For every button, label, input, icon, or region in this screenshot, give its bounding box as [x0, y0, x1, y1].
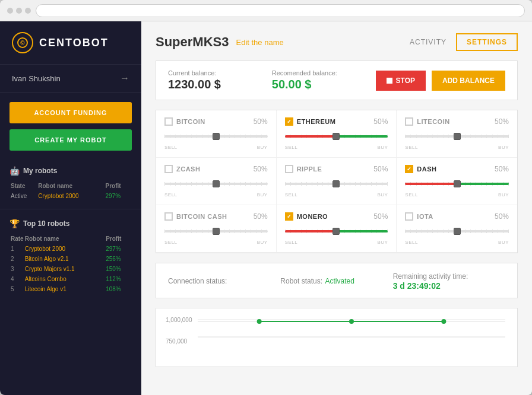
top-robot-profit: 108% — [106, 285, 131, 294]
slider-thumb[interactable] — [332, 180, 340, 187]
crypto-name: RIPPLE — [297, 165, 322, 173]
crypto-slider[interactable] — [164, 130, 268, 142]
slider-thumb[interactable] — [213, 133, 220, 140]
crypto-cell: BITCOIN CASH 50% SELL BUY — [156, 205, 277, 253]
create-robot-button[interactable]: CREATE MY ROBOT — [10, 129, 132, 151]
crypto-slider[interactable] — [164, 225, 268, 237]
crypto-name-group: ZCASH — [164, 165, 200, 173]
recommended-balance-value: 50.00 $ — [272, 78, 352, 91]
sidebar-buttons: ACCOUNT FUNDING CREATE MY ROBOT — [0, 93, 141, 160]
buy-label: BUY — [257, 192, 268, 198]
chart-svg — [198, 319, 505, 355]
crypto-slider[interactable] — [405, 130, 509, 142]
crypto-slider[interactable] — [405, 225, 509, 237]
stop-icon — [387, 78, 392, 84]
slider-thumb[interactable] — [332, 228, 340, 235]
crypto-cell: ZCASH 50% SELL BUY — [156, 158, 277, 205]
crypto-checkbox[interactable] — [405, 117, 413, 126]
slider-thumb[interactable] — [332, 133, 340, 140]
sidebar-user: Ivan Shukshin → — [0, 65, 141, 93]
crypto-checkbox[interactable] — [164, 212, 173, 221]
top-robot-row: 1 Cryptobot 2000 297% — [11, 244, 131, 253]
crypto-checkbox[interactable] — [285, 165, 293, 173]
current-balance-group: Current balance: 1230.00 $ — [168, 69, 248, 91]
crypto-slider[interactable] — [285, 178, 388, 190]
crypto-grid: BITCOIN 50% SELL BUY — [156, 110, 518, 253]
crypto-checkbox[interactable] — [405, 212, 413, 221]
app-container: © CENTOBOT Ivan Shukshin → ACCOUNT FUNDI… — [0, 21, 532, 395]
slider-thumb[interactable] — [454, 133, 461, 140]
slider-thumb[interactable] — [213, 180, 220, 187]
slider-thumb[interactable] — [454, 228, 461, 235]
crypto-checkbox[interactable] — [285, 117, 293, 126]
slider-thumb[interactable] — [454, 180, 461, 187]
slider-labels: SELL BUY — [285, 192, 388, 198]
logo-text: CENTOBOT — [39, 37, 109, 49]
browser-address-bar[interactable] — [36, 4, 525, 17]
browser-dot-1 — [7, 8, 13, 14]
crypto-slider[interactable] — [405, 178, 509, 190]
crypto-name-group: MONERO — [285, 212, 328, 221]
crypto-header: BITCOIN 50% — [164, 117, 268, 126]
top-robots-title: 🏆 Top 10 robots — [10, 219, 132, 228]
crypto-name: LITECOIN — [417, 118, 449, 125]
robot-status: Robot status: Activated — [280, 275, 392, 286]
top-robots-table: Rate Robot name Profit 1 Cryptobot 2000 … — [10, 233, 132, 295]
buy-label: BUY — [498, 192, 509, 198]
sell-label: SELL — [164, 240, 178, 245]
col-profit: Profit — [106, 181, 131, 190]
top-robot-profit: 112% — [106, 275, 131, 283]
add-balance-button[interactable]: ADD BALANCE — [432, 71, 505, 91]
slider-thumb[interactable] — [213, 228, 220, 235]
top-robot-name[interactable]: Crypto Majors v1.1 — [25, 265, 104, 273]
stop-button[interactable]: STOP — [376, 71, 426, 91]
top-robot-name[interactable]: Cryptobot 2000 — [25, 244, 104, 253]
crypto-header: ZCASH 50% — [164, 165, 268, 173]
browser-window: © CENTOBOT Ivan Shukshin → ACCOUNT FUNDI… — [0, 0, 532, 395]
top-robot-name[interactable]: Bitcoin Algo v2.1 — [25, 254, 104, 263]
crypto-header: BITCOIN CASH 50% — [164, 212, 268, 221]
divider — [0, 209, 141, 209]
logout-icon[interactable]: → — [120, 73, 129, 84]
crypto-slider[interactable] — [285, 225, 388, 237]
edit-name-link[interactable]: Edit the name — [236, 38, 283, 47]
slider-labels: SELL BUY — [285, 240, 388, 245]
top-robot-row: 5 Litecoin Algo v1 108% — [11, 285, 131, 294]
my-robots-title: 🤖 My robots — [10, 166, 132, 176]
slider-labels: SELL BUY — [405, 240, 509, 245]
remaining-value: 3 d 23:49:02 — [393, 281, 505, 291]
slider-labels: SELL BUY — [164, 240, 268, 245]
activity-link[interactable]: ACTIVITY — [410, 38, 446, 46]
remaining-label: Remaining activity time: — [393, 272, 468, 281]
remaining-time: Remaining activity time: 3 d 23:49:02 — [393, 270, 505, 291]
settings-button[interactable]: SETTINGS — [456, 33, 518, 51]
crypto-slider[interactable] — [164, 178, 268, 190]
robot-name[interactable]: Cryptobot 2000 — [38, 192, 104, 200]
crypto-checkbox[interactable] — [164, 165, 173, 173]
top-robot-rate: 5 — [11, 285, 24, 294]
status-bar: Connection status: Robot status: Activat… — [156, 263, 518, 298]
account-funding-button[interactable]: ACCOUNT FUNDING — [10, 102, 132, 123]
crypto-checkbox[interactable] — [285, 212, 293, 221]
crypto-name-group: LITECOIN — [405, 117, 449, 126]
buy-label: BUY — [257, 240, 268, 245]
crypto-name-group: ETHEREUM — [285, 117, 336, 126]
slider-labels: SELL BUY — [405, 192, 509, 198]
top-robot-name[interactable]: Altcoins Combo — [25, 275, 104, 283]
crypto-cell: MONERO 50% SELL BUY — [277, 205, 397, 253]
crypto-name: ETHEREUM — [297, 118, 336, 125]
crypto-checkbox[interactable] — [164, 117, 173, 126]
top-robot-profit: 256% — [106, 254, 131, 263]
crypto-pct: 50% — [495, 165, 509, 173]
chart-area: 1,000,000 750,000 — [156, 308, 518, 367]
crypto-slider[interactable] — [285, 130, 388, 142]
buy-label: BUY — [377, 192, 388, 198]
top-robot-name[interactable]: Litecoin Algo v1 — [25, 285, 104, 294]
robot-icon: 🤖 — [10, 166, 20, 176]
user-name: Ivan Shukshin — [12, 74, 61, 83]
crypto-checkbox[interactable] — [405, 165, 413, 173]
sidebar-logo: © CENTOBOT — [0, 21, 141, 65]
robot-status-value: Activated — [325, 277, 354, 285]
crypto-name: IOTA — [417, 213, 433, 220]
svg-point-6 — [257, 319, 262, 324]
